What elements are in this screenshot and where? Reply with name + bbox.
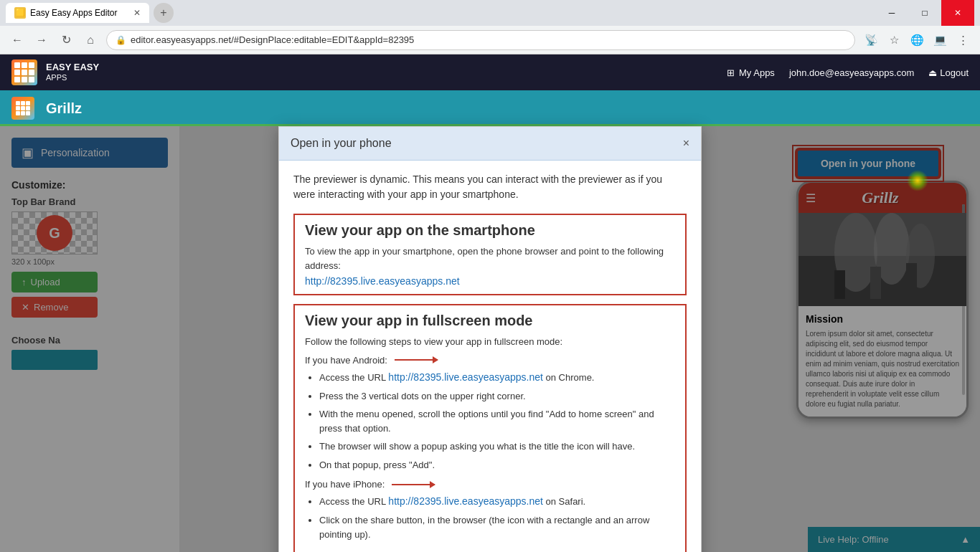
browser-tab[interactable]: 🟨 Easy Easy Apps Editor ✕: [6, 3, 149, 23]
phone-icon[interactable]: 💻: [931, 32, 948, 49]
logo-cell: [14, 62, 20, 68]
list-item: With the menu opened, scroll the options…: [319, 407, 675, 435]
back-button[interactable]: ←: [9, 32, 26, 49]
iphone-steps-list: Access the URL http://82395.live.easyeas…: [305, 494, 675, 541]
reload-button[interactable]: ↻: [57, 32, 75, 49]
logout-label: Logout: [940, 67, 969, 78]
app-logo: [11, 60, 37, 85]
android-label-text: If you have Android:: [305, 355, 387, 366]
app-title: Grillz: [46, 100, 82, 117]
menu-icon[interactable]: ⋮: [954, 32, 971, 49]
tab-close-button[interactable]: ✕: [133, 8, 141, 18]
logo-cell: [26, 106, 30, 110]
android-url-link[interactable]: http://82395.live.easyeasyapps.net: [388, 371, 543, 383]
logout-button[interactable]: ⏏ Logout: [928, 67, 969, 78]
editor-subheader: Grillz: [0, 90, 980, 126]
tab-favicon-icon: 🟨: [14, 7, 26, 19]
cast-icon[interactable]: 📡: [862, 32, 880, 49]
tab-title: Easy Easy Apps Editor: [30, 8, 117, 18]
logo-cell: [26, 111, 30, 115]
address-text: editor.easyeasyapps.net/#DesignPlace:edi…: [131, 34, 414, 45]
logo-cell: [29, 77, 34, 82]
smartphone-link[interactable]: http://82395.live.easyeasyapps.net: [305, 275, 460, 287]
bookmark-icon[interactable]: ☆: [885, 32, 903, 49]
modal-body: The previewer is dynamic. This means you…: [279, 161, 701, 552]
user-email: john.doe@easyeasyapps.com: [789, 67, 914, 78]
list-item: On that popup, press "Add".: [319, 458, 675, 472]
smartphone-section-title: View your app on the smartphone: [305, 222, 675, 239]
apps-grid-icon: ⊞: [727, 67, 735, 78]
list-item: Access the URL http://82395.live.easyeas…: [319, 494, 675, 509]
minimize-button[interactable]: ─: [875, 0, 908, 26]
logo-text: EASY EASY: [46, 62, 99, 72]
editor-main: ▣ Personalization Customize: Top Bar Bra…: [0, 126, 980, 552]
home-button[interactable]: ⌂: [82, 32, 99, 49]
fullscreen-section: View your app in fullscreen mode Follow …: [293, 304, 687, 552]
logo-cell: [29, 62, 34, 68]
address-bar[interactable]: 🔒 editor.easyeasyapps.net/#DesignPlace:e…: [106, 30, 855, 50]
logo-cell: [26, 101, 30, 105]
modal-title: Open in your phone: [291, 137, 392, 150]
smartphone-section: View your app on the smartphone To view …: [293, 214, 687, 295]
logo-cell: [16, 111, 20, 115]
iphone-url-link[interactable]: http://82395.live.easyeasyapps.net: [388, 495, 543, 507]
modal-close-button[interactable]: ×: [683, 137, 689, 150]
logo-cell: [21, 111, 25, 115]
restore-button[interactable]: □: [908, 0, 941, 26]
app-name: EASY EASY APPS: [46, 62, 99, 83]
new-tab-button[interactable]: +: [154, 3, 174, 23]
list-item: Press the 3 vertical dots on the upper r…: [319, 389, 675, 404]
logo-cell: [22, 62, 27, 68]
forward-button[interactable]: →: [33, 32, 50, 49]
toolbar-icons: 📡 ☆ 🌐 💻 ⋮: [862, 32, 971, 49]
small-logo-grid: [16, 101, 30, 115]
logout-icon: ⏏: [928, 67, 937, 78]
close-button[interactable]: ✕: [941, 0, 974, 26]
iphone-label: If you have iPhone:: [305, 479, 675, 490]
list-item: Access the URL http://82395.live.easyeas…: [319, 370, 675, 385]
logo-cell: [21, 106, 25, 110]
logo-cell: [16, 101, 20, 105]
lock-icon: 🔒: [116, 35, 126, 45]
android-arrow-icon: [395, 359, 438, 361]
fullscreen-steps-desc: Follow the following steps to view your …: [305, 335, 675, 349]
browser-titlebar: 🟨 Easy Easy Apps Editor ✕ + ─ □ ✕: [0, 0, 980, 26]
my-apps-label: My Apps: [739, 67, 775, 78]
modal-header: Open in your phone ×: [279, 127, 701, 161]
fullscreen-section-title: View your app in fullscreen mode: [305, 313, 675, 329]
globe-icon[interactable]: 🌐: [908, 32, 925, 49]
logo-grid: [14, 62, 34, 82]
logo-cell: [21, 101, 25, 105]
window-controls: ─ □ ✕: [875, 0, 974, 26]
android-label: If you have Android:: [305, 355, 675, 366]
logo-cell: [22, 77, 27, 82]
logo-sub: APPS: [46, 73, 67, 82]
logo-cell: [29, 70, 34, 75]
smartphone-section-desc: To view the app in your smartphone, open…: [305, 244, 675, 272]
iphone-arrow-icon: [392, 484, 435, 485]
list-item: Click on the share button, in the browse…: [319, 513, 675, 541]
logo-cell: [16, 106, 20, 110]
modal-intro-text: The previewer is dynamic. This means you…: [293, 172, 687, 202]
app-header: EASY EASY APPS ⊞ My Apps john.doe@easyea…: [0, 54, 980, 90]
app-icon-small: [11, 97, 34, 120]
my-apps-link[interactable]: ⊞ My Apps: [727, 67, 775, 78]
logo-cell: [14, 77, 20, 82]
list-item: The browser will show a popup asking you…: [319, 439, 675, 454]
iphone-label-text: If you have iPhone:: [305, 479, 385, 490]
logo-cell: [14, 70, 20, 75]
header-right: ⊞ My Apps john.doe@easyeasyapps.com ⏏ Lo…: [727, 67, 969, 78]
browser-addressbar: ← → ↻ ⌂ 🔒 editor.easyeasyapps.net/#Desig…: [0, 26, 980, 54]
modal-dialog: Open in your phone × The previewer is dy…: [278, 126, 702, 552]
logo-cell: [22, 70, 27, 75]
android-steps-list: Access the URL http://82395.live.easyeas…: [305, 370, 675, 472]
